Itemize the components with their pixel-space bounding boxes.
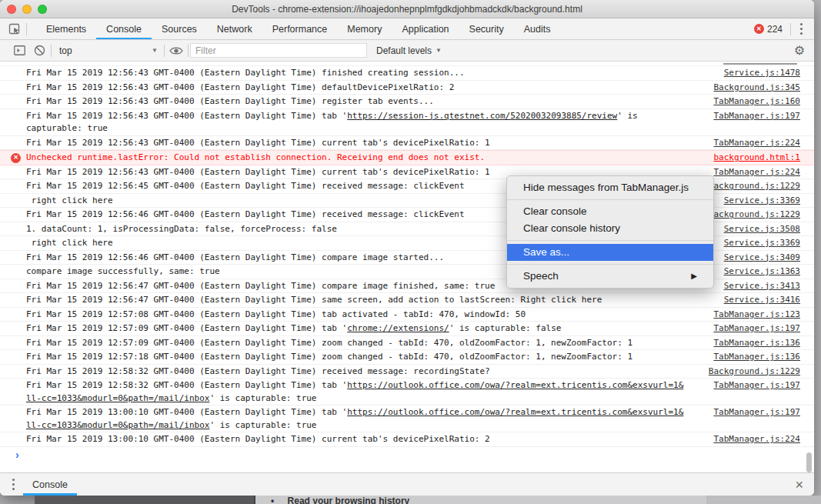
menu-item-hide-messages-from-tabmanager-js[interactable]: Hide messages from TabManager.js bbox=[507, 179, 713, 196]
close-drawer-icon[interactable]: × bbox=[795, 478, 803, 492]
background-page-right-region bbox=[706, 496, 821, 504]
console-log-row: Fri Mar 15 2019 12:57:09 GMT-0400 (Easte… bbox=[0, 336, 814, 351]
console-log-row: Fri Mar 15 2019 12:56:43 GMT-0400 (Easte… bbox=[0, 66, 814, 81]
source-link[interactable]: TabManager.js:224 bbox=[713, 166, 800, 179]
inspect-element-icon[interactable] bbox=[5, 19, 25, 39]
error-icon: ✕ bbox=[754, 24, 764, 34]
source-link[interactable]: TabManager.js:197 bbox=[713, 110, 800, 123]
drawer-tab-console[interactable]: Console bbox=[22, 473, 78, 496]
tab-security[interactable]: Security bbox=[459, 18, 514, 39]
divider bbox=[51, 45, 52, 57]
drawer-menu-icon[interactable] bbox=[5, 476, 22, 493]
divider bbox=[26, 23, 27, 35]
scrollbar-thumb[interactable] bbox=[806, 452, 812, 472]
permission-label: Read your browsing history bbox=[288, 496, 410, 504]
clipped-source-link bbox=[723, 63, 797, 65]
error-icon: ✕ bbox=[11, 153, 21, 163]
source-link[interactable]: Service.js:3416 bbox=[724, 294, 800, 307]
devtools-tab-bar: ElementsConsoleSourcesNetworkPerformance… bbox=[0, 18, 814, 40]
console-message: Fri Mar 15 2019 13:00:10 GMT-0400 (Easte… bbox=[26, 406, 707, 432]
tab-network[interactable]: Network bbox=[207, 18, 262, 39]
menu-item-label: Clear console bbox=[523, 203, 587, 220]
source-link[interactable]: TabManager.js:136 bbox=[713, 337, 800, 350]
menu-item-label: Save as... bbox=[523, 244, 569, 261]
permission-text: • Read your browsing history bbox=[271, 496, 409, 504]
source-link[interactable]: TabManager.js:197 bbox=[713, 379, 800, 392]
tab-sources[interactable]: Sources bbox=[152, 18, 207, 39]
execution-context-selector[interactable]: top ▼ bbox=[53, 43, 162, 58]
log-levels-dropdown[interactable]: Default levels ▼ bbox=[376, 45, 442, 56]
clear-console-icon[interactable] bbox=[29, 41, 49, 61]
menu-item-save-as[interactable]: Save as... bbox=[507, 244, 713, 261]
source-link[interactable]: Service.js:1478 bbox=[724, 67, 800, 80]
window-title: DevTools - chrome-extension://ihoajedonh… bbox=[0, 4, 814, 15]
chevron-down-icon: ▼ bbox=[436, 47, 442, 54]
submenu-arrow-icon: ▶ bbox=[691, 268, 697, 285]
console-message: Fri Mar 15 2019 12:58:32 GMT-0400 (Easte… bbox=[26, 379, 707, 405]
console-log-row: Fri Mar 15 2019 12:56:43 GMT-0400 (Easte… bbox=[0, 136, 814, 151]
prompt-chevron-icon: › bbox=[15, 449, 19, 460]
devtools-menu-icon[interactable] bbox=[793, 21, 809, 38]
context-menu: Hide messages from TabManager.jsClear co… bbox=[506, 175, 714, 289]
drawer-tab-label: Console bbox=[32, 479, 68, 490]
console-message: Unchecked runtime.lastError: Could not e… bbox=[26, 152, 707, 165]
title-bar: DevTools - chrome-extension://ihoajedonh… bbox=[0, 0, 814, 18]
log-levels-label: Default levels bbox=[376, 45, 432, 56]
source-link[interactable]: Service.js:3508 bbox=[724, 223, 800, 236]
console-toolbar: top ▼ Default levels ▼ ⚙ bbox=[0, 40, 814, 62]
chevron-down-icon: ▼ bbox=[152, 47, 158, 54]
source-link[interactable]: Background.js:1229 bbox=[709, 365, 800, 379]
console-log-row: Fri Mar 15 2019 13:00:10 GMT-0400 (Easte… bbox=[0, 406, 814, 432]
source-link[interactable]: Service.js:3369 bbox=[724, 237, 800, 250]
source-link[interactable]: Background.js:1229 bbox=[709, 180, 800, 193]
source-link[interactable]: TabManager.js:123 bbox=[713, 309, 800, 322]
source-link[interactable]: Service.js:3413 bbox=[724, 280, 800, 293]
source-link[interactable]: Background.js:1229 bbox=[709, 209, 800, 222]
menu-item-label: Speech bbox=[523, 268, 559, 285]
panel-tabs: ElementsConsoleSourcesNetworkPerformance… bbox=[36, 18, 560, 39]
console-log-row: Fri Mar 15 2019 12:57:08 GMT-0400 (Easte… bbox=[0, 308, 814, 322]
source-link[interactable]: TabManager.js:160 bbox=[713, 95, 800, 108]
error-count-badge[interactable]: ✕ 224 bbox=[754, 24, 783, 35]
tab-elements[interactable]: Elements bbox=[36, 18, 96, 39]
console-drawer: Console × bbox=[0, 472, 814, 496]
menu-separator bbox=[507, 264, 713, 265]
console-message: Fri Mar 15 2019 12:57:09 GMT-0400 (Easte… bbox=[26, 337, 707, 350]
tab-performance[interactable]: Performance bbox=[262, 18, 338, 39]
menu-item-speech[interactable]: Speech▶ bbox=[507, 268, 713, 285]
console-message-link[interactable]: chrome://extensions/ bbox=[347, 323, 449, 333]
source-link[interactable]: Service.js:3369 bbox=[724, 195, 800, 208]
source-link[interactable]: TabManager.js:136 bbox=[713, 351, 800, 364]
background-page-dark-region bbox=[35, 496, 254, 504]
tab-memory[interactable]: Memory bbox=[337, 18, 392, 39]
source-link[interactable]: Service.js:1363 bbox=[724, 265, 800, 279]
console-sidebar-toggle-icon[interactable] bbox=[9, 41, 29, 61]
filter-input[interactable] bbox=[190, 43, 367, 58]
divider bbox=[188, 45, 189, 57]
console-log-row: Fri Mar 15 2019 12:58:32 GMT-0400 (Easte… bbox=[0, 365, 814, 379]
tab-console[interactable]: Console bbox=[96, 18, 152, 39]
console-prompt[interactable]: › bbox=[0, 447, 814, 460]
source-link[interactable]: TabManager.js:224 bbox=[713, 137, 800, 150]
console-error-row: ✕Unchecked runtime.lastError: Could not … bbox=[0, 150, 814, 165]
source-link[interactable]: TabManager.js:197 bbox=[713, 322, 800, 335]
console-message: Fri Mar 15 2019 12:56:43 GMT-0400 (Easte… bbox=[26, 82, 707, 95]
tab-audits[interactable]: Audits bbox=[514, 18, 561, 39]
source-link[interactable]: Background.js:345 bbox=[713, 82, 800, 95]
live-expression-eye-icon[interactable] bbox=[166, 41, 186, 61]
source-link[interactable]: TabManager.js:224 bbox=[713, 433, 800, 446]
menu-item-label: Hide messages from TabManager.js bbox=[523, 179, 689, 196]
source-link[interactable]: TabManager.js:197 bbox=[713, 406, 800, 419]
source-link[interactable]: Service.js:3409 bbox=[724, 252, 800, 265]
menu-item-clear-console[interactable]: Clear console bbox=[507, 203, 713, 220]
tab-application[interactable]: Application bbox=[392, 18, 459, 39]
console-log-row: Fri Mar 15 2019 13:00:10 GMT-0400 (Easte… bbox=[0, 432, 814, 447]
menu-separator bbox=[507, 240, 713, 241]
console-message: Fri Mar 15 2019 12:56:43 GMT-0400 (Easte… bbox=[26, 137, 707, 150]
console-log-row: Fri Mar 15 2019 12:58:32 GMT-0400 (Easte… bbox=[0, 379, 814, 406]
settings-gear-icon[interactable]: ⚙ bbox=[794, 43, 805, 58]
menu-item-clear-console-history[interactable]: Clear console history bbox=[507, 220, 713, 237]
console-message-link[interactable]: https://session-js.qtestnet.com/52020032… bbox=[347, 111, 617, 121]
console-log-row: Fri Mar 15 2019 12:57:09 GMT-0400 (Easte… bbox=[0, 322, 814, 336]
source-link[interactable]: background.html:1 bbox=[713, 152, 800, 165]
